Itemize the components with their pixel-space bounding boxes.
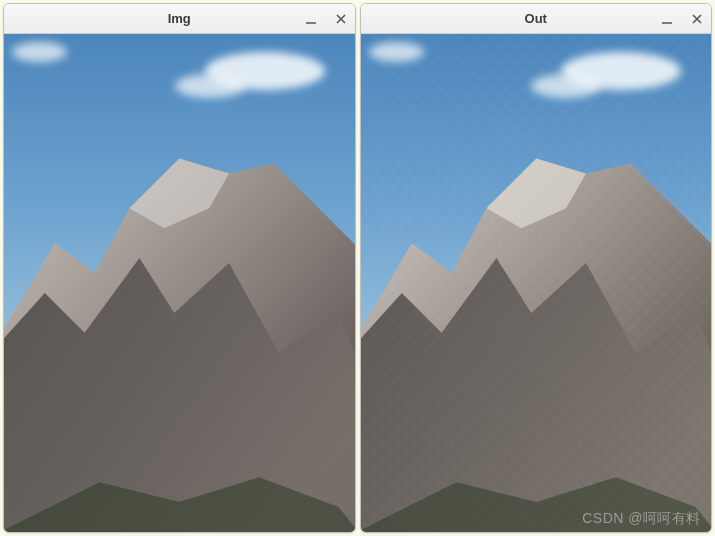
window-title: Out	[525, 11, 547, 26]
window-out: Out	[360, 3, 713, 533]
mountain-region	[4, 34, 355, 532]
titlebar-out[interactable]: Out	[361, 4, 712, 34]
image-surface	[4, 34, 355, 532]
window-title: Img	[168, 11, 191, 26]
minimize-button[interactable]	[659, 11, 675, 27]
close-button[interactable]	[333, 11, 349, 27]
window-controls	[303, 11, 349, 27]
close-button[interactable]	[689, 11, 705, 27]
titlebar-img[interactable]: Img	[4, 4, 355, 34]
window-img: Img	[3, 3, 356, 533]
workspace: Img	[0, 0, 715, 536]
window-controls	[659, 11, 705, 27]
close-icon	[335, 13, 347, 25]
image-viewport-out	[361, 34, 712, 532]
minimize-icon	[661, 13, 673, 25]
mountain-region	[361, 34, 712, 532]
image-surface	[361, 34, 712, 532]
minimize-button[interactable]	[303, 11, 319, 27]
image-viewport-img	[4, 34, 355, 532]
minimize-icon	[305, 13, 317, 25]
close-icon	[691, 13, 703, 25]
